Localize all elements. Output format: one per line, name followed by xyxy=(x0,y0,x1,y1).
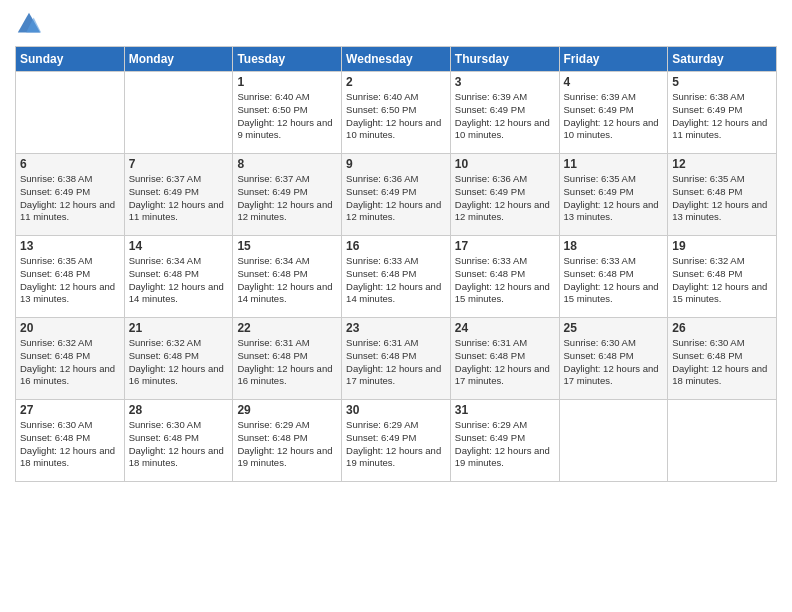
cell-info: Sunrise: 6:29 AM Sunset: 6:49 PM Dayligh… xyxy=(455,419,555,470)
calendar-cell: 27Sunrise: 6:30 AM Sunset: 6:48 PM Dayli… xyxy=(16,400,125,482)
day-number: 7 xyxy=(129,157,229,171)
cell-info: Sunrise: 6:36 AM Sunset: 6:49 PM Dayligh… xyxy=(455,173,555,224)
cell-info: Sunrise: 6:37 AM Sunset: 6:49 PM Dayligh… xyxy=(129,173,229,224)
calendar-cell: 1Sunrise: 6:40 AM Sunset: 6:50 PM Daylig… xyxy=(233,72,342,154)
week-row-3: 20Sunrise: 6:32 AM Sunset: 6:48 PM Dayli… xyxy=(16,318,777,400)
day-number: 19 xyxy=(672,239,772,253)
day-number: 27 xyxy=(20,403,120,417)
page: SundayMondayTuesdayWednesdayThursdayFrid… xyxy=(0,0,792,612)
week-row-0: 1Sunrise: 6:40 AM Sunset: 6:50 PM Daylig… xyxy=(16,72,777,154)
calendar-cell: 9Sunrise: 6:36 AM Sunset: 6:49 PM Daylig… xyxy=(342,154,451,236)
cell-info: Sunrise: 6:29 AM Sunset: 6:48 PM Dayligh… xyxy=(237,419,337,470)
day-number: 29 xyxy=(237,403,337,417)
day-number: 4 xyxy=(564,75,664,89)
day-number: 17 xyxy=(455,239,555,253)
cell-info: Sunrise: 6:30 AM Sunset: 6:48 PM Dayligh… xyxy=(129,419,229,470)
cell-info: Sunrise: 6:38 AM Sunset: 6:49 PM Dayligh… xyxy=(20,173,120,224)
calendar-cell: 24Sunrise: 6:31 AM Sunset: 6:48 PM Dayli… xyxy=(450,318,559,400)
calendar-cell: 5Sunrise: 6:38 AM Sunset: 6:49 PM Daylig… xyxy=(668,72,777,154)
calendar-cell: 11Sunrise: 6:35 AM Sunset: 6:49 PM Dayli… xyxy=(559,154,668,236)
day-number: 15 xyxy=(237,239,337,253)
day-number: 20 xyxy=(20,321,120,335)
cell-info: Sunrise: 6:37 AM Sunset: 6:49 PM Dayligh… xyxy=(237,173,337,224)
cell-info: Sunrise: 6:30 AM Sunset: 6:48 PM Dayligh… xyxy=(672,337,772,388)
calendar: SundayMondayTuesdayWednesdayThursdayFrid… xyxy=(15,46,777,482)
cell-info: Sunrise: 6:32 AM Sunset: 6:48 PM Dayligh… xyxy=(129,337,229,388)
day-number: 5 xyxy=(672,75,772,89)
calendar-cell: 23Sunrise: 6:31 AM Sunset: 6:48 PM Dayli… xyxy=(342,318,451,400)
calendar-cell: 31Sunrise: 6:29 AM Sunset: 6:49 PM Dayli… xyxy=(450,400,559,482)
logo xyxy=(15,10,47,38)
calendar-cell: 12Sunrise: 6:35 AM Sunset: 6:48 PM Dayli… xyxy=(668,154,777,236)
weekday-wednesday: Wednesday xyxy=(342,47,451,72)
day-number: 23 xyxy=(346,321,446,335)
day-number: 3 xyxy=(455,75,555,89)
calendar-cell: 30Sunrise: 6:29 AM Sunset: 6:49 PM Dayli… xyxy=(342,400,451,482)
cell-info: Sunrise: 6:31 AM Sunset: 6:48 PM Dayligh… xyxy=(346,337,446,388)
calendar-cell: 20Sunrise: 6:32 AM Sunset: 6:48 PM Dayli… xyxy=(16,318,125,400)
day-number: 28 xyxy=(129,403,229,417)
day-number: 21 xyxy=(129,321,229,335)
day-number: 18 xyxy=(564,239,664,253)
calendar-cell: 28Sunrise: 6:30 AM Sunset: 6:48 PM Dayli… xyxy=(124,400,233,482)
cell-info: Sunrise: 6:32 AM Sunset: 6:48 PM Dayligh… xyxy=(672,255,772,306)
cell-info: Sunrise: 6:35 AM Sunset: 6:48 PM Dayligh… xyxy=(672,173,772,224)
cell-info: Sunrise: 6:31 AM Sunset: 6:48 PM Dayligh… xyxy=(455,337,555,388)
day-number: 6 xyxy=(20,157,120,171)
calendar-cell: 2Sunrise: 6:40 AM Sunset: 6:50 PM Daylig… xyxy=(342,72,451,154)
calendar-cell: 17Sunrise: 6:33 AM Sunset: 6:48 PM Dayli… xyxy=(450,236,559,318)
cell-info: Sunrise: 6:34 AM Sunset: 6:48 PM Dayligh… xyxy=(237,255,337,306)
calendar-cell: 22Sunrise: 6:31 AM Sunset: 6:48 PM Dayli… xyxy=(233,318,342,400)
day-number: 12 xyxy=(672,157,772,171)
cell-info: Sunrise: 6:33 AM Sunset: 6:48 PM Dayligh… xyxy=(346,255,446,306)
week-row-1: 6Sunrise: 6:38 AM Sunset: 6:49 PM Daylig… xyxy=(16,154,777,236)
cell-info: Sunrise: 6:35 AM Sunset: 6:49 PM Dayligh… xyxy=(564,173,664,224)
week-row-2: 13Sunrise: 6:35 AM Sunset: 6:48 PM Dayli… xyxy=(16,236,777,318)
weekday-saturday: Saturday xyxy=(668,47,777,72)
calendar-cell: 13Sunrise: 6:35 AM Sunset: 6:48 PM Dayli… xyxy=(16,236,125,318)
cell-info: Sunrise: 6:36 AM Sunset: 6:49 PM Dayligh… xyxy=(346,173,446,224)
day-number: 31 xyxy=(455,403,555,417)
cell-info: Sunrise: 6:40 AM Sunset: 6:50 PM Dayligh… xyxy=(237,91,337,142)
calendar-cell: 18Sunrise: 6:33 AM Sunset: 6:48 PM Dayli… xyxy=(559,236,668,318)
calendar-cell: 21Sunrise: 6:32 AM Sunset: 6:48 PM Dayli… xyxy=(124,318,233,400)
cell-info: Sunrise: 6:31 AM Sunset: 6:48 PM Dayligh… xyxy=(237,337,337,388)
week-row-4: 27Sunrise: 6:30 AM Sunset: 6:48 PM Dayli… xyxy=(16,400,777,482)
cell-info: Sunrise: 6:33 AM Sunset: 6:48 PM Dayligh… xyxy=(564,255,664,306)
cell-info: Sunrise: 6:39 AM Sunset: 6:49 PM Dayligh… xyxy=(455,91,555,142)
calendar-cell: 7Sunrise: 6:37 AM Sunset: 6:49 PM Daylig… xyxy=(124,154,233,236)
calendar-cell xyxy=(559,400,668,482)
day-number: 2 xyxy=(346,75,446,89)
calendar-cell xyxy=(668,400,777,482)
day-number: 14 xyxy=(129,239,229,253)
day-number: 9 xyxy=(346,157,446,171)
day-number: 10 xyxy=(455,157,555,171)
day-number: 11 xyxy=(564,157,664,171)
cell-info: Sunrise: 6:38 AM Sunset: 6:49 PM Dayligh… xyxy=(672,91,772,142)
cell-info: Sunrise: 6:30 AM Sunset: 6:48 PM Dayligh… xyxy=(20,419,120,470)
logo-icon xyxy=(15,10,43,38)
weekday-monday: Monday xyxy=(124,47,233,72)
cell-info: Sunrise: 6:32 AM Sunset: 6:48 PM Dayligh… xyxy=(20,337,120,388)
weekday-header-row: SundayMondayTuesdayWednesdayThursdayFrid… xyxy=(16,47,777,72)
calendar-cell: 29Sunrise: 6:29 AM Sunset: 6:48 PM Dayli… xyxy=(233,400,342,482)
weekday-sunday: Sunday xyxy=(16,47,125,72)
day-number: 1 xyxy=(237,75,337,89)
calendar-cell: 26Sunrise: 6:30 AM Sunset: 6:48 PM Dayli… xyxy=(668,318,777,400)
calendar-cell xyxy=(124,72,233,154)
calendar-cell: 10Sunrise: 6:36 AM Sunset: 6:49 PM Dayli… xyxy=(450,154,559,236)
calendar-cell: 15Sunrise: 6:34 AM Sunset: 6:48 PM Dayli… xyxy=(233,236,342,318)
day-number: 13 xyxy=(20,239,120,253)
weekday-thursday: Thursday xyxy=(450,47,559,72)
cell-info: Sunrise: 6:34 AM Sunset: 6:48 PM Dayligh… xyxy=(129,255,229,306)
day-number: 16 xyxy=(346,239,446,253)
calendar-cell: 3Sunrise: 6:39 AM Sunset: 6:49 PM Daylig… xyxy=(450,72,559,154)
calendar-cell: 16Sunrise: 6:33 AM Sunset: 6:48 PM Dayli… xyxy=(342,236,451,318)
cell-info: Sunrise: 6:35 AM Sunset: 6:48 PM Dayligh… xyxy=(20,255,120,306)
day-number: 8 xyxy=(237,157,337,171)
cell-info: Sunrise: 6:30 AM Sunset: 6:48 PM Dayligh… xyxy=(564,337,664,388)
calendar-cell: 25Sunrise: 6:30 AM Sunset: 6:48 PM Dayli… xyxy=(559,318,668,400)
day-number: 22 xyxy=(237,321,337,335)
day-number: 30 xyxy=(346,403,446,417)
cell-info: Sunrise: 6:29 AM Sunset: 6:49 PM Dayligh… xyxy=(346,419,446,470)
